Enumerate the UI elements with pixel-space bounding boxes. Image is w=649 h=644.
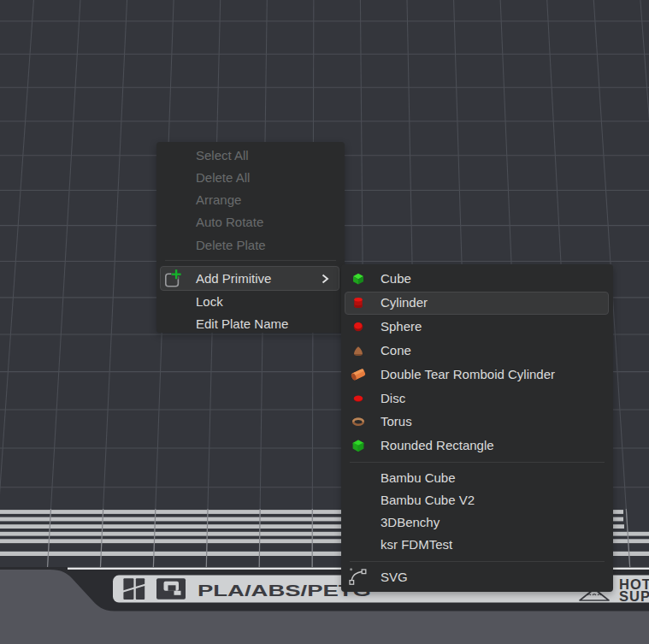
svg-text:SUP: SUP — [619, 588, 649, 604]
